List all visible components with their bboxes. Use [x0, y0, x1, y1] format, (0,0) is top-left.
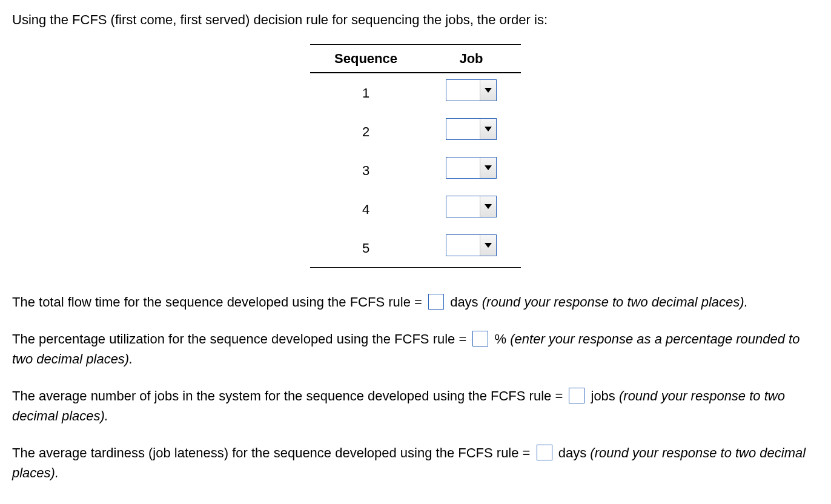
table-row: 2 — [310, 112, 521, 151]
sequence-cell: 5 — [310, 228, 422, 268]
table-row: 4 — [310, 190, 521, 228]
svg-marker-4 — [485, 243, 492, 248]
table-row: 3 — [310, 151, 521, 190]
q1-text: The total flow time for the sequence dev… — [12, 294, 422, 310]
sequence-cell: 2 — [310, 112, 422, 151]
utilization-input[interactable] — [472, 331, 488, 346]
job-dropdown-3[interactable] — [446, 157, 497, 179]
q3-text: The average number of jobs in the system… — [12, 388, 563, 403]
q1-unit: days — [450, 294, 478, 310]
job-dropdown-1[interactable] — [446, 79, 497, 101]
svg-marker-1 — [485, 127, 492, 131]
chevron-down-icon — [480, 158, 496, 178]
svg-marker-2 — [485, 165, 492, 170]
sequence-table: Sequence Job 1 2 — [310, 44, 521, 268]
chevron-down-icon — [480, 196, 496, 217]
q4-unit: days — [558, 445, 586, 460]
tardiness-input[interactable] — [537, 445, 552, 460]
header-job: Job — [422, 45, 521, 73]
job-dropdown-5[interactable] — [446, 234, 497, 256]
avg-jobs-input[interactable] — [569, 388, 584, 403]
table-row: 5 — [310, 228, 521, 268]
sequence-cell: 4 — [310, 190, 422, 228]
job-dropdown-4[interactable] — [446, 196, 497, 217]
header-sequence: Sequence — [310, 45, 422, 73]
table-row: 1 — [310, 73, 521, 112]
q1-hint: (round your response to two decimal plac… — [482, 294, 748, 310]
question-utilization: The percentage utilization for the seque… — [12, 329, 819, 369]
chevron-down-icon — [480, 119, 496, 139]
question-tardiness: The average tardiness (job lateness) for… — [12, 443, 819, 483]
q2-unit: % — [495, 331, 507, 346]
svg-marker-0 — [485, 88, 492, 93]
chevron-down-icon — [480, 235, 496, 256]
intro-text: Using the FCFS (first come, first served… — [12, 10, 819, 30]
q3-unit: jobs — [591, 388, 615, 403]
chevron-down-icon — [480, 80, 496, 101]
sequence-cell: 3 — [310, 151, 422, 190]
sequence-cell: 1 — [310, 73, 422, 112]
q2-text: The percentage utilization for the seque… — [12, 331, 466, 346]
flow-time-input[interactable] — [428, 294, 444, 310]
job-dropdown-2[interactable] — [446, 118, 497, 140]
question-flow-time: The total flow time for the sequence dev… — [12, 292, 819, 312]
svg-marker-3 — [485, 204, 492, 209]
q4-text: The average tardiness (job lateness) for… — [12, 445, 530, 460]
question-avg-jobs: The average number of jobs in the system… — [12, 386, 819, 426]
